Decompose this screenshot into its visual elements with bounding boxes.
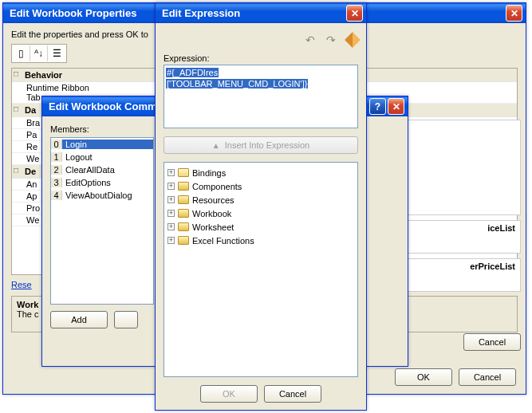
members-list[interactable]: 0Login 1Logout 2ClearAllData 3EditOption… [50,137,154,305]
folder-icon [178,236,189,245]
expression-label: Expression: [164,53,358,63]
list-item[interactable]: 2ClearAllData [51,163,153,176]
bindings-tree[interactable]: +Bindings +Components +Resources +Workbo… [164,162,358,377]
props-icon[interactable]: ☰ [48,45,65,61]
folder-icon [178,222,189,231]
props-cancel-button[interactable]: Cancel [459,368,516,386]
expand-icon[interactable]: + [167,196,175,203]
expand-icon[interactable]: + [167,210,175,217]
expr-ok-button[interactable]: OK [200,385,258,403]
expression-text-line2: ['TOOLBAR_MENU_CMD_LOGIN']} [166,79,308,88]
list-item[interactable]: 3EditOptions [51,176,153,189]
close-icon[interactable]: ✕ [388,98,404,115]
expand-icon[interactable]: + [167,223,175,230]
tree-node-worksheet[interactable]: +Worksheet [167,220,354,234]
edit-icon[interactable] [345,32,361,48]
reset-link[interactable]: Rese [11,280,32,289]
obscured-cancel-button[interactable]: Cancel [463,333,521,351]
edit-expression-window: Edit Expression ✕ Expression: #{_ADFDIre… [155,2,367,411]
alpha-sort-icon[interactable]: ᴬ↓ [30,45,48,61]
title-expr: Edit Expression [162,7,240,19]
tree-node-excel-functions[interactable]: +Excel Functions [167,234,354,247]
undo-icon[interactable] [305,33,318,46]
redo-icon[interactable] [326,33,339,46]
expression-input[interactable]: #{_ADFDIres ['TOOLBAR_MENU_CMD_LOGIN']} [164,65,358,128]
list-item[interactable]: 0Login [51,138,153,151]
expand-icon[interactable]: + [167,237,175,244]
folder-icon [178,168,189,177]
folder-icon [178,195,189,204]
list-item[interactable]: 1Logout [51,151,153,163]
title-props: Edit Workbook Properties [10,7,136,19]
insert-into-expression-button[interactable]: ▲ Insert Into Expression [164,136,358,154]
title-comm: Edit Workbook Comm [49,100,157,112]
list-item[interactable]: 4ViewAboutDialog [51,189,153,202]
expand-icon[interactable]: + [167,183,175,190]
folder-icon [178,182,189,191]
close-icon[interactable]: ✕ [506,5,522,22]
titlebar-expr[interactable]: Edit Expression ✕ [156,3,366,23]
expand-icon[interactable]: + [167,169,175,176]
add-button[interactable]: Add [50,311,108,328]
tree-node-components[interactable]: +Components [167,179,354,193]
remove-button[interactable] [114,311,138,328]
tree-node-workbook[interactable]: +Workbook [167,206,354,220]
expr-cancel-button[interactable]: Cancel [264,385,321,403]
up-arrow-icon: ▲ [212,141,220,150]
expression-text-line1: #{_ADFDIres [166,68,219,77]
close-icon[interactable]: ✕ [346,5,363,22]
tree-node-resources[interactable]: +Resources [167,193,354,206]
props-ok-button[interactable]: OK [395,368,452,386]
folder-icon [178,209,189,218]
insert-label: Insert Into Expression [225,140,309,150]
tree-node-bindings[interactable]: +Bindings [167,166,354,179]
props-toolbar: ▯ ᴬ↓ ☰ [11,44,67,63]
help-icon[interactable]: ? [369,98,386,115]
categorized-icon[interactable]: ▯ [13,45,30,61]
